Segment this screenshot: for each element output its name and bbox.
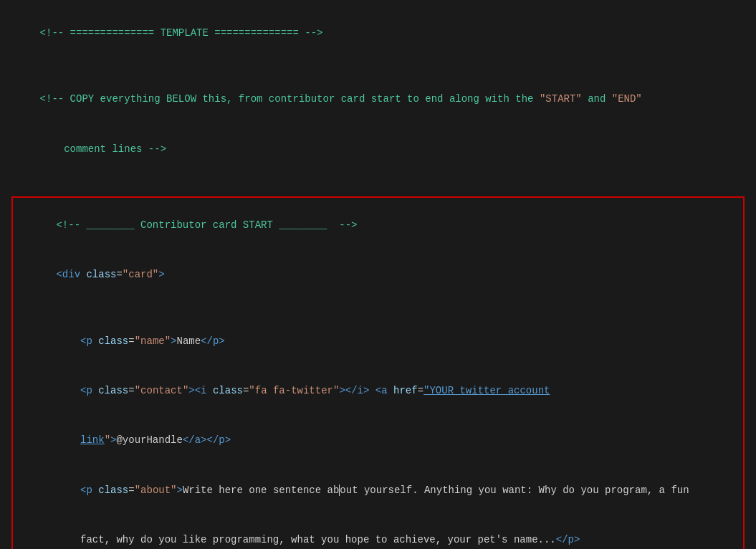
div-card-open: <div class="card"> [13, 250, 743, 300]
p-about-1: <p class="about">Write here one sentence… [13, 466, 743, 515]
blank-line-1 [11, 58, 745, 75]
card-start-comment: <!-- ________ Contributor card START ___… [13, 201, 743, 250]
highlighted-template-block: <!-- ________ Contributor card START ___… [11, 196, 745, 549]
p-name: <p class="name">Name</p> [13, 317, 743, 366]
comment-copy-below-2: comment lines --> [11, 125, 745, 174]
blank-line-2 [11, 174, 745, 191]
p-contact-2: link">@yourHandle</a></p> [13, 416, 743, 465]
comment-template-top: <!-- ============== TEMPLATE ===========… [11, 9, 745, 58]
blank-inside-1 [13, 300, 743, 317]
comment-copy-below-1: <!-- COPY everything BELOW this, from co… [11, 75, 745, 124]
p-about-2: fact, why do you like programming, what … [13, 515, 743, 549]
p-contact-1: <p class="contact"><i class="fa fa-twitt… [13, 366, 743, 416]
code-editor: <!-- ============== TEMPLATE ===========… [0, 0, 756, 549]
